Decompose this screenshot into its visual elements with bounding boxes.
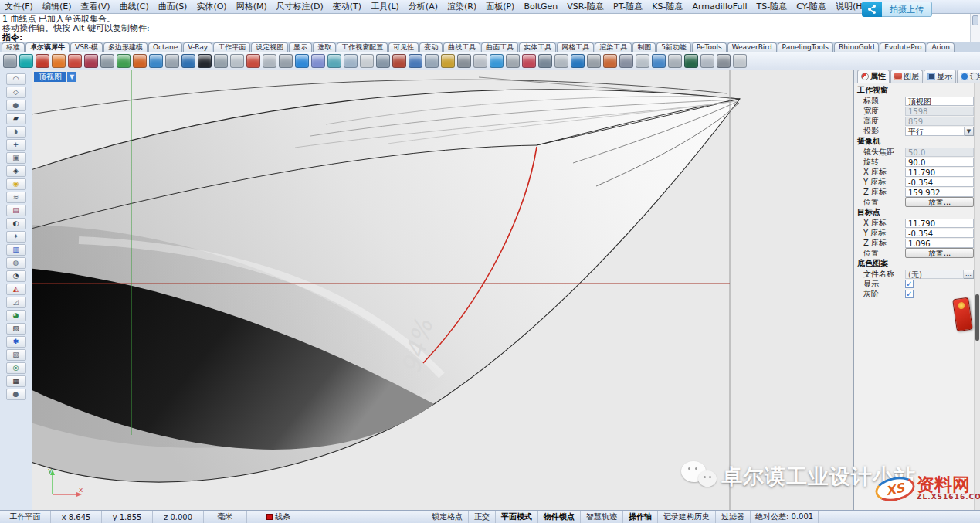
toolbar-tab-25[interactable]: Arion: [927, 42, 955, 52]
menu-item-5[interactable]: 实体(O): [192, 1, 231, 12]
toolbar-tab-24[interactable]: EvolutePro: [880, 42, 926, 52]
menu-item-9[interactable]: 工具(L): [366, 1, 404, 12]
palette-tool-icon-8[interactable]: ◉: [6, 178, 26, 190]
palette-tool-icon-18[interactable]: ◕: [6, 310, 26, 321]
current-layer-segment[interactable]: 线条: [247, 511, 310, 523]
panel-scrollbar[interactable]: [974, 83, 980, 510]
menu-item-2[interactable]: 查看(V): [76, 1, 114, 12]
menu-item-12[interactable]: 面板(P): [481, 1, 519, 12]
viewport-title[interactable]: 顶视图: [34, 72, 66, 82]
toolbar-icon-39[interactable]: [636, 54, 649, 68]
menu-item-6[interactable]: 网格(M): [232, 1, 272, 12]
panel-tab-0[interactable]: 属性: [857, 70, 890, 83]
toolbar-tab-13[interactable]: 曲线工具: [443, 42, 480, 52]
palette-tool-icon-1[interactable]: ◇: [6, 87, 26, 98]
checkbox[interactable]: ✓: [905, 290, 914, 298]
toolbar-icon-43[interactable]: [700, 54, 714, 68]
palette-tool-icon-15[interactable]: ◔: [6, 270, 26, 282]
palette-tool-icon-20[interactable]: ✱: [6, 336, 26, 348]
toolbar-tab-2[interactable]: VSR-模: [70, 42, 103, 52]
menu-item-1[interactable]: 编辑(E): [38, 1, 76, 12]
palette-tool-icon-6[interactable]: ▣: [6, 152, 26, 164]
toolbar-icon-12[interactable]: [198, 54, 212, 68]
toolbar-icon-19[interactable]: [311, 54, 325, 68]
palette-tool-icon-22[interactable]: ◎: [6, 362, 26, 374]
panel-scrollbar-thumb[interactable]: [975, 294, 979, 341]
toolbar-icon-42[interactable]: [684, 54, 698, 68]
toolbar-icon-9[interactable]: [149, 54, 163, 68]
toolbar-icon-33[interactable]: [538, 54, 552, 68]
checkbox[interactable]: ✓: [905, 280, 914, 288]
chevron-down-icon[interactable]: ▼: [965, 127, 974, 136]
toolbar-tab-1[interactable]: 卓尔谟犀牛: [25, 42, 70, 52]
value-field[interactable]: -0.354: [905, 229, 974, 238]
status-toggle-4[interactable]: 智慧轨迹: [581, 511, 623, 523]
browse-ellipsis-button[interactable]: …: [964, 270, 974, 279]
palette-tool-icon-4[interactable]: ◗: [6, 126, 26, 138]
toolbar-tab-3[interactable]: 多边形建模: [103, 42, 148, 52]
toolbar-tab-20[interactable]: PeTools: [692, 42, 727, 52]
menu-item-11[interactable]: 渲染(R): [443, 1, 481, 12]
toolbar-icon-13[interactable]: [214, 54, 228, 68]
panel-tab-2[interactable]: 显示: [924, 70, 956, 83]
toolbar-icon-4[interactable]: [68, 54, 82, 68]
value-field[interactable]: 顶视图: [905, 97, 974, 106]
toolbar-icon-8[interactable]: [133, 54, 147, 68]
panel-tab-1[interactable]: 图层: [890, 70, 923, 83]
toolbar-icon-1[interactable]: [19, 54, 33, 68]
toolbar-tab-6[interactable]: 工作平面: [213, 42, 250, 52]
value-field[interactable]: 90.0: [905, 158, 974, 167]
toolbar-tab-21[interactable]: WeaverBird: [727, 42, 777, 52]
palette-tool-icon-24[interactable]: ●: [6, 389, 26, 400]
toolbar-icon-2[interactable]: [36, 54, 49, 68]
toolbar-icon-25[interactable]: [409, 54, 422, 68]
toolbar-icon-23[interactable]: [376, 54, 390, 68]
palette-tool-icon-10[interactable]: ▤: [6, 205, 26, 216]
toolbar-icon-35[interactable]: [571, 54, 585, 68]
status-toggle-1[interactable]: 正交: [469, 511, 496, 523]
toolbar-icon-38[interactable]: [619, 54, 633, 68]
toolbar-tab-18[interactable]: 制图: [632, 42, 656, 52]
menu-item-15[interactable]: PT-随意: [609, 1, 647, 12]
toolbar-tab-9[interactable]: 选取: [313, 42, 336, 52]
status-toggle-2[interactable]: 平面模式: [496, 511, 538, 523]
toolbar-icon-22[interactable]: [360, 54, 374, 68]
toolbar-tab-11[interactable]: 可见性: [388, 42, 419, 52]
palette-tool-icon-23[interactable]: ▦: [6, 375, 26, 387]
value-field[interactable]: 11.790: [905, 219, 974, 228]
toolbar-icon-10[interactable]: [165, 54, 179, 68]
value-field[interactable]: 1.096: [905, 239, 974, 248]
palette-tool-icon-16[interactable]: ◭: [6, 284, 26, 295]
menu-item-0[interactable]: 文件(F): [0, 1, 38, 12]
menu-item-3[interactable]: 曲线(C): [115, 1, 154, 12]
toolbar-icon-27[interactable]: [441, 54, 455, 68]
toolbar-icon-45[interactable]: [733, 54, 747, 68]
menu-item-14[interactable]: VSR-随意: [562, 1, 609, 12]
toolbar-tab-4[interactable]: Octane: [148, 42, 182, 52]
toolbar-icon-15[interactable]: [246, 54, 260, 68]
menu-item-17[interactable]: ArmadilloFull: [688, 2, 752, 12]
toolbar-icon-20[interactable]: [327, 54, 341, 68]
palette-tool-icon-12[interactable]: ✦: [6, 231, 26, 243]
viewport-top-view[interactable]: 94% 顶视图 ▼ y x: [32, 70, 853, 510]
capture-upload-button[interactable]: 拍摄上传: [882, 2, 932, 17]
toolbar-icon-16[interactable]: [263, 54, 276, 68]
toolbar-icon-41[interactable]: [668, 54, 682, 68]
menu-item-4[interactable]: 曲面(S): [154, 1, 192, 12]
viewport-menu-chevron-icon[interactable]: ▼: [67, 72, 76, 82]
toolbar-icon-3[interactable]: [52, 54, 66, 68]
toolbar-icon-28[interactable]: [457, 54, 471, 68]
cplane-selector-button[interactable]: 工作平面: [0, 511, 51, 523]
menu-item-18[interactable]: TS-随意: [752, 1, 792, 12]
status-toggle-0[interactable]: 锁定格点: [426, 511, 469, 523]
palette-tool-icon-0[interactable]: ◠: [6, 73, 26, 85]
command-scrollbar[interactable]: [970, 14, 980, 42]
command-area[interactable]: 1 曲线点 已加入至选取集合。移动操作轴。快按 Alt 键可以复制物件: 指令:: [0, 14, 980, 42]
toolbar-icon-30[interactable]: [490, 54, 504, 68]
menu-item-10[interactable]: 分析(A): [404, 1, 443, 12]
toolbar-icon-14[interactable]: [230, 54, 244, 68]
panel-options-icon[interactable]: [971, 73, 978, 80]
menu-item-7[interactable]: 尺寸标注(D): [272, 1, 328, 12]
palette-tool-icon-17[interactable]: ◿: [6, 297, 26, 308]
toolbar-icon-37[interactable]: [603, 54, 617, 68]
